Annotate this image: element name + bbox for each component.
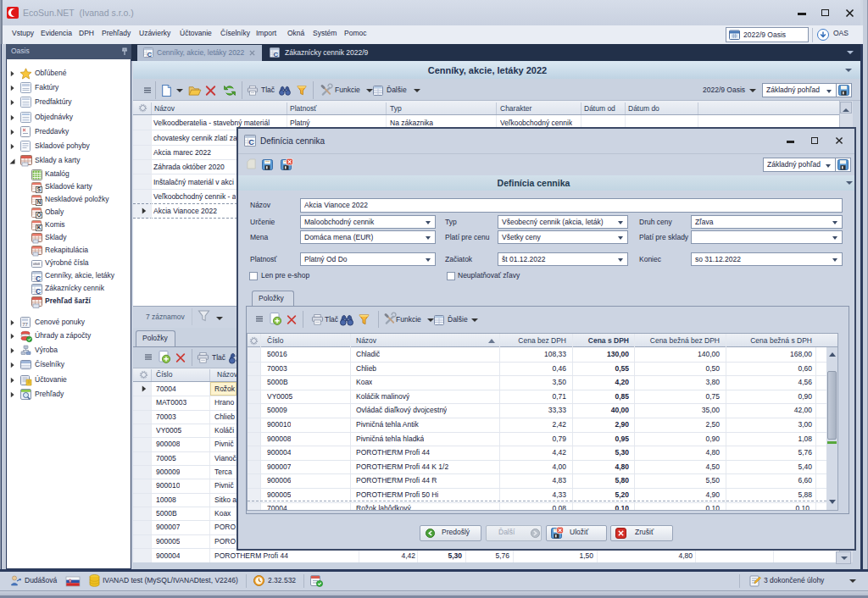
svg-text:O: O <box>36 212 41 218</box>
svg-text:C: C <box>36 274 41 283</box>
svg-text:C: C <box>274 51 279 58</box>
svg-text:C: C <box>248 138 254 147</box>
svg-text:C: C <box>147 51 153 58</box>
svg-text:S: S <box>37 186 42 192</box>
svg-text:77: 77 <box>22 322 28 327</box>
svg-text:K: K <box>37 224 42 230</box>
svg-text:C: C <box>36 287 41 296</box>
svg-text:N: N <box>37 199 42 205</box>
